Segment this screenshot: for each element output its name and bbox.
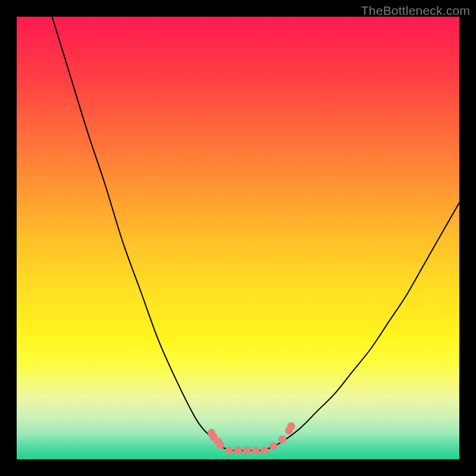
plot-area bbox=[17, 17, 459, 459]
valley-markers bbox=[208, 422, 295, 455]
curve-lines bbox=[52, 17, 459, 450]
watermark-text: TheBottleneck.com bbox=[361, 4, 470, 18]
chart-svg bbox=[17, 17, 459, 459]
marker-point bbox=[217, 441, 224, 449]
marker-point bbox=[243, 446, 250, 454]
marker-point bbox=[234, 446, 242, 454]
marker-point bbox=[287, 422, 295, 430]
marker-point bbox=[261, 446, 268, 454]
marker-point bbox=[270, 442, 277, 450]
chart-frame: TheBottleneck.com bbox=[0, 0, 476, 476]
marker-point bbox=[225, 446, 233, 454]
series-left-curve bbox=[52, 17, 230, 450]
marker-point bbox=[252, 446, 259, 454]
marker-point bbox=[278, 436, 286, 443]
series-right-curve bbox=[265, 202, 459, 450]
